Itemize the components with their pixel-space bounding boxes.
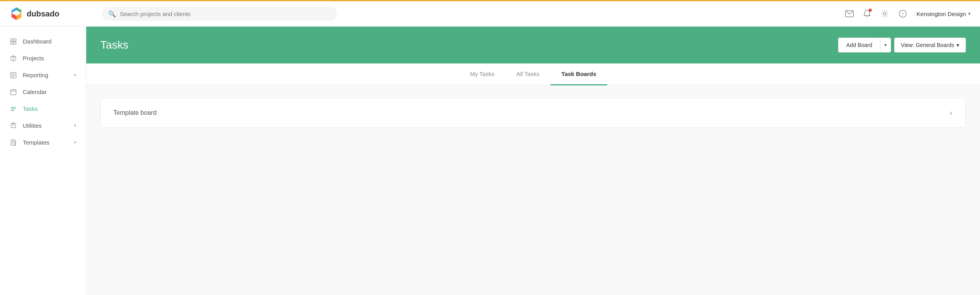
svg-marker-0 (16, 7, 22, 13)
search-area[interactable]: 🔍 (102, 7, 337, 21)
svg-text:?: ? (902, 11, 904, 17)
svg-rect-13 (14, 42, 16, 44)
sidebar-item-templates[interactable]: Templates ▾ (0, 134, 86, 151)
sidebar-calendar-label: Calendar (23, 89, 76, 95)
sidebar-item-calendar[interactable]: Calendar (0, 83, 86, 100)
sidebar-item-utilities[interactable]: Utilities ▾ (0, 117, 86, 134)
add-board-split-button[interactable]: ▾ (880, 38, 891, 52)
header-actions: Add Board ▾ View: General Boards ▾ (838, 38, 966, 52)
account-chevron-icon: ▾ (968, 11, 971, 16)
notification-dot (869, 9, 872, 12)
svg-rect-18 (11, 90, 16, 95)
sidebar-templates-label: Templates (23, 139, 69, 146)
add-board-button[interactable]: Add Board (838, 38, 880, 52)
tab-task-boards[interactable]: Task Boards (550, 63, 607, 85)
top-navigation: dubsado 🔍 (0, 0, 980, 27)
sidebar-utilities-label: Utilities (23, 122, 69, 129)
sidebar-reporting-label: Reporting (23, 72, 69, 78)
account-name: Kensington Design (916, 11, 966, 17)
add-board-chevron-icon: ▾ (884, 42, 887, 48)
svg-marker-2 (11, 13, 16, 20)
view-chevron-icon: ▾ (956, 42, 959, 48)
svg-rect-10 (11, 39, 13, 41)
svg-point-7 (884, 13, 886, 15)
reporting-chevron-icon: ▾ (74, 72, 76, 78)
sidebar-item-reporting[interactable]: Reporting ▾ (0, 67, 86, 83)
search-input[interactable] (120, 11, 331, 17)
sidebar-tasks-label: Tasks (23, 105, 76, 112)
sidebar-dashboard-label: Dashboard (23, 38, 76, 45)
templates-chevron-icon: ▾ (74, 140, 76, 145)
view-label: View: General Boards (901, 42, 954, 48)
dubsado-logo-icon (9, 7, 24, 21)
reporting-icon (9, 72, 17, 78)
page-title: Tasks (100, 39, 129, 51)
board-card-template[interactable]: Template board ∨ (100, 98, 966, 128)
svg-marker-3 (16, 13, 22, 20)
content-area: Template board ∨ (86, 85, 980, 295)
board-card-chevron-icon: ∨ (949, 110, 953, 116)
account-selector[interactable]: Kensington Design ▾ (916, 11, 971, 17)
page-header: Tasks Add Board ▾ View: General Boards ▾ (86, 27, 980, 63)
svg-rect-25 (11, 124, 16, 128)
main-layout: Dashboard Projects Reporting ▾ Calendar (0, 27, 980, 295)
utilities-chevron-icon: ▾ (74, 123, 76, 128)
svg-rect-12 (11, 42, 13, 44)
templates-icon (9, 139, 17, 146)
calendar-icon (9, 89, 17, 95)
dashboard-icon (9, 38, 17, 45)
sidebar-item-projects[interactable]: Projects (0, 50, 86, 67)
tabs-bar: My Tasks All Tasks Task Boards (86, 63, 980, 85)
svg-rect-11 (14, 39, 16, 41)
sidebar-item-dashboard[interactable]: Dashboard (0, 33, 86, 50)
logo-area[interactable]: dubsado (9, 7, 96, 21)
sidebar-projects-label: Projects (23, 55, 76, 62)
notifications-icon[interactable] (863, 9, 871, 18)
main-content: Tasks Add Board ▾ View: General Boards ▾… (86, 27, 980, 295)
tab-my-tasks[interactable]: My Tasks (459, 63, 505, 85)
settings-icon[interactable] (880, 9, 889, 18)
svg-marker-1 (11, 7, 16, 13)
view-boards-button[interactable]: View: General Boards ▾ (894, 38, 966, 52)
sidebar-item-tasks[interactable]: Tasks (0, 100, 86, 117)
sidebar: Dashboard Projects Reporting ▾ Calendar (0, 27, 86, 295)
mail-icon[interactable] (845, 10, 854, 17)
search-icon: 🔍 (108, 10, 116, 18)
nav-right: ? Kensington Design ▾ (845, 9, 971, 18)
tab-all-tasks[interactable]: All Tasks (505, 63, 550, 85)
tasks-icon (9, 106, 17, 112)
board-card-title: Template board (113, 109, 156, 116)
help-icon[interactable]: ? (898, 9, 907, 18)
projects-icon (9, 55, 17, 62)
logo-text: dubsado (27, 9, 59, 18)
utilities-icon (9, 123, 17, 129)
